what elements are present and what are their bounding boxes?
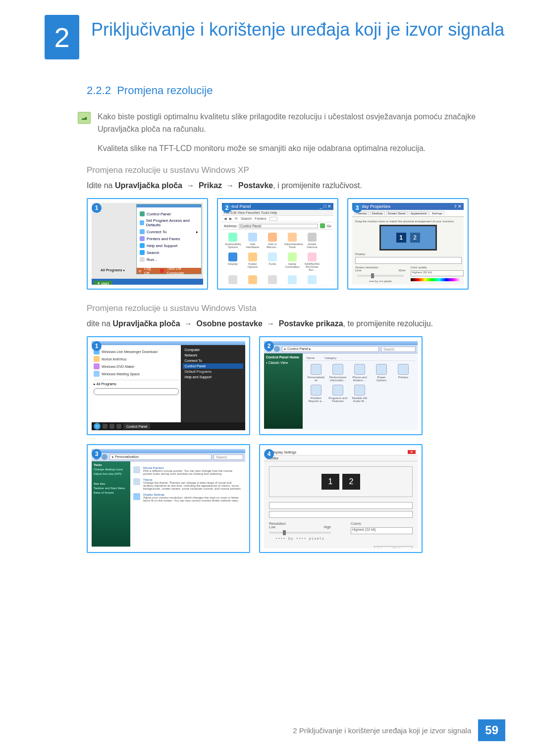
personalization-item[interactable]: ThemeChange the theme. Themes can change… xyxy=(133,478,242,490)
xp-menu-item[interactable]: Run... xyxy=(147,257,157,262)
search-input[interactable]: Search xyxy=(381,347,416,352)
cp-icon[interactable]: Add or Remov... xyxy=(265,233,280,249)
xp-logoff[interactable]: Log Off xyxy=(144,266,157,275)
cp-icon[interactable]: Personalizati on xyxy=(307,364,325,382)
taskbar-item[interactable]: Control Panel xyxy=(123,423,150,429)
page-footer: 2 Priključivanje i korištenje uređaja ko… xyxy=(293,719,505,741)
document-page: 2 Priključivanje i korištenje uređaja ko… xyxy=(0,0,535,756)
window-controls[interactable]: ? ✕ xyxy=(454,204,462,209)
breadcrumb[interactable]: ▸ Control Panel ▸ xyxy=(282,346,379,352)
vista-search-input[interactable] xyxy=(94,388,179,395)
cp-address-field[interactable]: Control Panel xyxy=(239,224,318,228)
vista-all-programs[interactable]: ▸ All Programs xyxy=(94,380,179,386)
col-header[interactable]: Category xyxy=(324,356,336,359)
window-controls[interactable]: _ □ ✕ xyxy=(320,204,331,209)
close-button[interactable]: ✕ xyxy=(408,450,416,454)
forward-button[interactable] xyxy=(274,346,280,352)
display-dropdown-2[interactable] xyxy=(269,511,413,518)
vista-screen-3: 3 ▸ Personalization Search Tasks xyxy=(87,444,250,553)
cp-icon[interactable]: Programs and Features xyxy=(328,385,347,403)
start-orb[interactable] xyxy=(94,423,101,430)
cp-icon[interactable]: Performance Informatio... xyxy=(328,364,347,382)
cp-icon[interactable]: Phone and Modem ... xyxy=(350,364,369,382)
vista-menu-control-panel[interactable]: Control Panel xyxy=(183,363,244,369)
seealso-link[interactable]: Ease of Access xyxy=(94,491,128,494)
search-input[interactable]: Search xyxy=(214,454,243,460)
arrow-icon: → xyxy=(267,319,274,328)
advanced-button[interactable]: Advanced Settings... xyxy=(374,546,413,548)
cp-menubar[interactable]: File Edit View Favorites Tools Help xyxy=(222,210,333,216)
cp-icon[interactable]: Network Setup Wizard xyxy=(304,275,320,285)
cp-icon[interactable]: Game Controllers xyxy=(284,252,300,271)
cp-icon[interactable]: Realtek HD Audio M... xyxy=(350,385,369,403)
xp-menu-control-panel[interactable]: Control Panel xyxy=(147,212,170,216)
cp-icon-display[interactable]: Display xyxy=(225,252,241,271)
cp-icon[interactable]: Folder Options xyxy=(245,252,261,271)
display-dropdown[interactable] xyxy=(355,257,462,264)
tab-monitor[interactable]: Monitor xyxy=(264,455,418,461)
vista-menu-item[interactable]: Norton AntiVirus xyxy=(94,356,179,362)
content-area: 2.2.2 Promjena rezolucije Kako biste pos… xyxy=(0,74,535,553)
monitor-preview[interactable]: 1 2 xyxy=(269,466,413,497)
cp-toolbar[interactable]: ◀▶⟳SearchFolders xyxy=(222,216,333,222)
vista-menu-item[interactable]: Windows Meeting Space xyxy=(94,371,179,377)
seealso-link[interactable]: Taskbar and Start Menu xyxy=(94,487,128,490)
cp-icon[interactable]: Network Connections xyxy=(284,275,300,285)
xp-all-programs[interactable]: All Programs xyxy=(101,268,122,272)
cp-icon[interactable]: Adobe Gamma xyxy=(304,233,320,249)
cp-icon[interactable]: Mail xyxy=(245,275,261,285)
resolution-slider[interactable] xyxy=(269,532,331,534)
cp-icon[interactable]: Keyboard xyxy=(225,275,241,285)
cp-icon[interactable]: Accessibility Options xyxy=(225,233,241,249)
xp-menu-item[interactable]: Set Program Access and Defaults xyxy=(146,218,198,227)
vista-menu-item[interactable]: Computer xyxy=(183,347,244,353)
xp-menu-item[interactable]: Connect To xyxy=(147,230,166,234)
color-dropdown[interactable]: Highest (32 bit) xyxy=(411,270,464,276)
vista-menu-item[interactable]: Windows Live Messenger Download xyxy=(94,349,179,354)
colors-dropdown[interactable]: Highest (32 bit) xyxy=(351,527,413,534)
task-link[interactable]: Change desktop icons xyxy=(94,468,128,471)
tab-settings[interactable]: Settings xyxy=(429,211,444,215)
note-text: Kako biste postigli optimalnu kvalitetu … xyxy=(98,111,490,154)
xp-menu-item[interactable]: Printers and Faxes xyxy=(147,237,180,241)
forward-button[interactable] xyxy=(102,454,107,460)
cp-icon[interactable]: Add Hardware xyxy=(245,233,261,249)
cp-icon[interactable]: Mouse xyxy=(265,275,280,285)
col-header[interactable]: Name xyxy=(307,356,315,359)
xp-screen-2: 2 Control Panel_ □ ✕ File Edit View Favo… xyxy=(217,198,338,290)
xp-menu-item[interactable]: Help and Support xyxy=(147,244,177,248)
monitor-preview[interactable]: 1 2 xyxy=(379,225,437,251)
xp-menu-item[interactable]: Search xyxy=(147,251,159,255)
personalization-item-display[interactable]: Display SettingsAdjust your monitor reso… xyxy=(133,493,242,502)
vista-menu-item[interactable]: Help and Support xyxy=(183,374,244,380)
xp-turnoff[interactable]: Turn Off Computer xyxy=(167,266,199,275)
personalization-item[interactable]: Mouse PointersPick a different mouse poi… xyxy=(133,466,242,475)
display-dropdown[interactable] xyxy=(269,502,413,509)
cp-icon[interactable]: Problem Reports a... xyxy=(307,385,325,403)
cp-icon[interactable]: Printers xyxy=(394,364,413,382)
cp-classic-link[interactable]: Classic View xyxy=(268,361,288,364)
cp-icon[interactable]: SAMSUNG RA Driver Sur... xyxy=(304,252,320,271)
vista-menu-item[interactable]: Windows DVD Maker xyxy=(94,363,179,369)
vista-path-3: Postavke prikaza xyxy=(279,319,343,328)
breadcrumb[interactable]: ▸ Personalization xyxy=(109,454,212,460)
cp-icon[interactable]: Power Options xyxy=(372,364,391,382)
dp-tabs[interactable]: Themes Desktop Screen Saver Appearance S… xyxy=(352,210,464,217)
cp-icon-grid: Accessibility Options Add Hardware Add o… xyxy=(222,230,333,285)
go-button[interactable] xyxy=(320,223,325,228)
task-link[interactable]: Adjust font size (DPI) xyxy=(94,472,128,475)
vista-menu-item[interactable]: Connect To xyxy=(183,358,244,363)
chapter-number-badge: 2 xyxy=(45,15,79,59)
cp-icon[interactable]: Administrative Tools xyxy=(284,233,300,249)
res-readout: •••• by •••• pixels xyxy=(269,537,331,541)
section-title: Promjena rezolucije xyxy=(117,84,213,97)
vista-menu-item[interactable]: Default Programs xyxy=(183,369,244,374)
resolution-slider[interactable] xyxy=(357,275,404,277)
vista-menu-item[interactable]: Network xyxy=(183,353,244,358)
xp-start-button[interactable]: ✦ start xyxy=(94,281,112,285)
cp-home-link[interactable]: Control Panel Home xyxy=(266,355,301,359)
cp-icon[interactable]: Fonts xyxy=(265,252,280,271)
vista-instr-pre: dite na xyxy=(87,319,112,328)
xp-heading: Promjena rezolucije u sustavu Windows XP xyxy=(87,165,490,175)
xp-path-3: Postavke xyxy=(238,181,273,190)
